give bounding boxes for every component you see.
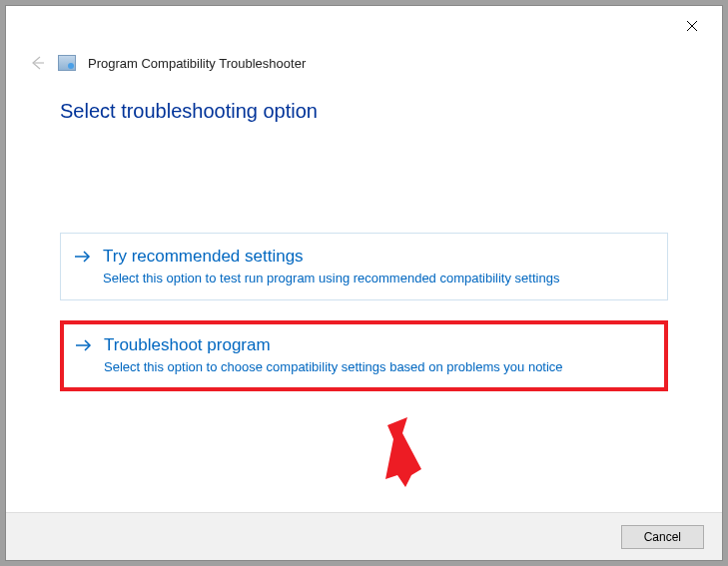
cancel-button[interactable]: Cancel	[621, 525, 704, 549]
troubleshooter-window: Program Compatibility Troubleshooter Sel…	[5, 5, 723, 561]
page-title: Select troubleshooting option	[60, 100, 668, 123]
titlebar	[6, 6, 722, 46]
content-area: Select troubleshooting option Try recomm…	[6, 82, 722, 391]
annotation-pointer-arrow	[373, 417, 429, 499]
option-troubleshoot-program[interactable]: Troubleshoot program Select this option …	[60, 320, 668, 390]
option-title: Troubleshoot program	[104, 334, 652, 356]
option-description: Select this option to choose compatibili…	[104, 358, 652, 376]
footer-bar: Cancel	[6, 512, 722, 560]
option-description: Select this option to test run program u…	[103, 270, 653, 287]
header-bar: Program Compatibility Troubleshooter	[6, 46, 722, 82]
close-icon	[686, 20, 698, 32]
option-try-recommended[interactable]: Try recommended settings Select this opt…	[60, 233, 668, 300]
app-icon	[58, 55, 76, 71]
close-button[interactable]	[680, 14, 704, 38]
arrow-right-icon	[76, 338, 92, 356]
back-button[interactable]	[28, 54, 46, 72]
option-title: Try recommended settings	[103, 246, 653, 268]
back-arrow-icon	[28, 54, 46, 72]
arrow-right-icon	[75, 250, 91, 268]
header-title: Program Compatibility Troubleshooter	[88, 56, 306, 71]
